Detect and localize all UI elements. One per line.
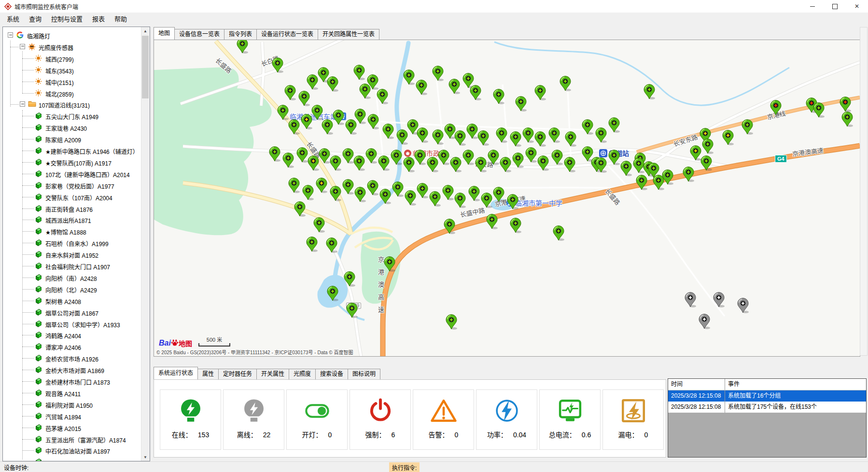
- tree-item[interactable]: 中石化加油站对面 A1897: [3, 444, 141, 456]
- tab-bottom-0[interactable]: 系统运行状态: [154, 367, 198, 379]
- device-pin[interactable]: [298, 91, 310, 106]
- minimize-button[interactable]: [801, 0, 824, 13]
- device-pin[interactable]: [367, 114, 379, 129]
- tab-bottom-3[interactable]: 开关属性: [256, 369, 289, 379]
- menu-item-2[interactable]: 控制与设置: [46, 13, 87, 26]
- device-pin[interactable]: [462, 150, 474, 165]
- device-pin[interactable]: [481, 193, 492, 208]
- tree-item[interactable]: 107国道沿线(31/31): [3, 98, 141, 110]
- device-pin[interactable]: [537, 155, 549, 171]
- device-pin[interactable]: [553, 225, 564, 241]
- device-pin[interactable]: [488, 150, 499, 165]
- device-pin[interactable]: [333, 110, 344, 125]
- device-pin[interactable]: [429, 191, 441, 207]
- tab-bottom-2[interactable]: 定时器任务: [218, 369, 257, 379]
- device-pin[interactable]: [432, 129, 444, 145]
- device-pin[interactable]: [322, 119, 333, 135]
- device-pin[interactable]: [311, 105, 323, 120]
- tree-item[interactable]: 石咀桥（自来水）A1999: [3, 237, 141, 249]
- tree-item[interactable]: 金桥农贸市场 A1926: [3, 352, 141, 364]
- device-pin[interactable]: [742, 119, 753, 135]
- tree-item[interactable]: 城西(2799): [3, 53, 141, 64]
- device-pin[interactable]: [470, 85, 481, 100]
- device-pin[interactable]: [330, 186, 341, 201]
- device-pin[interactable]: [294, 201, 306, 217]
- tree-item[interactable]: 汽贸城 A1894: [3, 410, 141, 422]
- tree-item[interactable]: 芭茅塘 A2015: [3, 422, 141, 433]
- device-pin[interactable]: [454, 130, 466, 146]
- device-pin[interactable]: [525, 147, 537, 163]
- device-pin[interactable]: [510, 131, 521, 147]
- menu-item-3[interactable]: 报表: [87, 13, 110, 26]
- device-pin[interactable]: [365, 148, 377, 164]
- map-panel[interactable]: 长白路长盛路长盛路长安路长安东路长盛中路京港澳高速长盛路京港线京港澳高速京港澳高…: [154, 40, 860, 357]
- device-pin[interactable]: [403, 157, 415, 172]
- device-pin[interactable]: [345, 119, 357, 135]
- device-pin-alarm[interactable]: [840, 97, 851, 112]
- device-pin[interactable]: [548, 127, 560, 143]
- device-pin[interactable]: [438, 150, 449, 165]
- device-pin[interactable]: [507, 194, 518, 209]
- tree-item[interactable]: 城中(2151): [3, 76, 141, 87]
- tree-item[interactable]: 向阳桥（南）A2428: [3, 272, 141, 283]
- collapse-toggle-icon[interactable]: [20, 101, 25, 107]
- tree-item[interactable]: ★博物馆 A1888: [3, 225, 141, 237]
- tree-item[interactable]: 陈家组 A2009: [3, 133, 141, 145]
- device-pin[interactable]: [813, 102, 825, 118]
- tree-vertical-scrollbar[interactable]: ▲ ▼: [141, 27, 150, 461]
- menu-item-0[interactable]: 系统: [2, 13, 24, 26]
- event-log-row[interactable]: 2025/3/28 12:15:08系统加载了16个分组: [668, 390, 866, 402]
- device-pin[interactable]: [327, 286, 338, 301]
- tree-item[interactable]: ★建新中路路口东 A1946（辅道灯）: [3, 145, 141, 156]
- device-pin[interactable]: [319, 148, 330, 164]
- maximize-button[interactable]: [824, 0, 846, 13]
- device-pin[interactable]: [534, 85, 546, 100]
- device-pin[interactable]: [353, 65, 365, 80]
- map-vertical-scrollbar[interactable]: [860, 27, 868, 356]
- device-pin[interactable]: [512, 153, 524, 168]
- tree-item[interactable]: 城西派出所A1871: [3, 214, 141, 225]
- device-pin[interactable]: [493, 89, 504, 104]
- tree-item[interactable]: 彭家巷（党校后面）A1977: [3, 180, 141, 191]
- device-pin[interactable]: [454, 193, 466, 208]
- device-pin[interactable]: [392, 181, 404, 197]
- device-pin[interactable]: [432, 66, 444, 81]
- tree-item[interactable]: 107北（建新中路路口西）A2014: [3, 168, 141, 180]
- menu-item-1[interactable]: 查询: [24, 13, 46, 26]
- scroll-down-icon[interactable]: ▼: [141, 453, 149, 461]
- device-pin[interactable]: [417, 127, 428, 143]
- device-pin[interactable]: [534, 131, 546, 147]
- device-pin[interactable]: [450, 157, 462, 172]
- device-pin[interactable]: [316, 178, 327, 193]
- device-pin[interactable]: [296, 147, 308, 163]
- tab-map-view-0[interactable]: 地图: [154, 27, 175, 40]
- device-pin[interactable]: [282, 153, 294, 168]
- device-pin[interactable]: [493, 187, 504, 202]
- device-pin[interactable]: [405, 190, 416, 206]
- device-pin[interactable]: [391, 150, 402, 165]
- tab-map-view-4[interactable]: 开关回路属性一览表: [318, 29, 379, 40]
- tab-bottom-4[interactable]: 光照度: [289, 369, 316, 379]
- tree-item[interactable]: 烟草公司对面 A1867: [3, 306, 141, 318]
- device-pin[interactable]: [269, 146, 280, 162]
- device-pin[interactable]: [342, 148, 354, 164]
- tab-bottom-1[interactable]: 属性: [197, 369, 219, 379]
- device-pin-offline[interactable]: [737, 298, 749, 313]
- tree-item[interactable]: 城东(3543): [3, 64, 141, 76]
- device-pin[interactable]: [496, 127, 507, 143]
- device-pin[interactable]: [379, 189, 391, 204]
- device-pin[interactable]: [565, 131, 576, 147]
- tree-item[interactable]: [3, 456, 141, 461]
- device-pin[interactable]: [722, 130, 734, 145]
- device-pin[interactable]: [427, 157, 438, 172]
- device-pin[interactable]: [486, 214, 498, 229]
- tree-item[interactable]: 交警队东（107南）A2004: [3, 191, 141, 203]
- device-pin[interactable]: [608, 150, 620, 165]
- tree-item[interactable]: 自来水斜对面 A1952: [3, 249, 141, 260]
- device-pin[interactable]: [653, 175, 664, 190]
- device-pin[interactable]: [396, 129, 408, 145]
- device-pin[interactable]: [367, 180, 378, 195]
- tree-item[interactable]: 鸿鹤路 A2404: [3, 329, 141, 341]
- device-pin[interactable]: [342, 179, 354, 194]
- device-pin[interactable]: [288, 119, 300, 135]
